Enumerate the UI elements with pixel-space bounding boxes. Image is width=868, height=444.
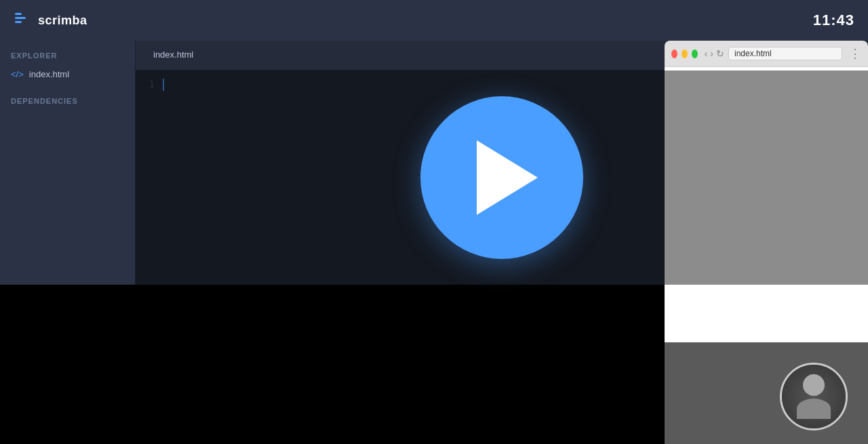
file-tab[interactable]: index.html [146,47,200,64]
browser-chrome: ‹ › ↻ ⋮ [665,41,868,67]
browser-nav-buttons: ‹ › ↻ [705,48,724,59]
avatar [780,363,848,430]
code-icon: </> [11,69,24,79]
play-triangle-icon [477,140,538,215]
logo-text: scrimba [38,14,87,28]
dependencies-label: DEPENDENCIES [0,83,135,110]
forward-icon[interactable]: › [710,48,713,59]
clock: 11:43 [813,12,854,29]
svg-rect-1 [15,17,26,19]
editor-area: index.html ▶ RUN PREVIEW CONSOLE 1 [136,41,868,285]
topbar: scrimba 11:43 [0,0,868,41]
code-area: 1 [136,70,868,285]
svg-rect-0 [15,13,22,15]
preview-bottom [665,342,868,444]
bottom-sidebar [0,285,136,444]
browser-close-dot[interactable] [671,49,677,58]
scrimba-logo-icon [14,9,33,32]
svg-rect-2 [15,21,22,23]
refresh-icon[interactable]: ↻ [716,48,724,59]
sidebar-item-indexhtml[interactable]: </> index.html [0,65,135,83]
browser-menu-icon[interactable]: ⋮ [849,46,861,61]
avatar-image [782,365,846,428]
sidebar: EXPLORER </> index.html DEPENDENCIES [0,41,136,285]
browser-maximize-dot[interactable] [692,49,698,58]
explorer-label: EXPLORER [0,52,135,65]
browser-minimize-dot[interactable] [682,49,688,58]
logo-area: scrimba [14,9,87,32]
url-bar[interactable] [728,47,842,60]
sidebar-file-name: index.html [29,69,69,79]
play-button[interactable] [420,96,583,259]
play-overlay[interactable] [136,70,868,285]
back-icon[interactable]: ‹ [705,48,708,59]
main-layout: EXPLORER </> index.html DEPENDENCIES ind… [0,41,868,285]
